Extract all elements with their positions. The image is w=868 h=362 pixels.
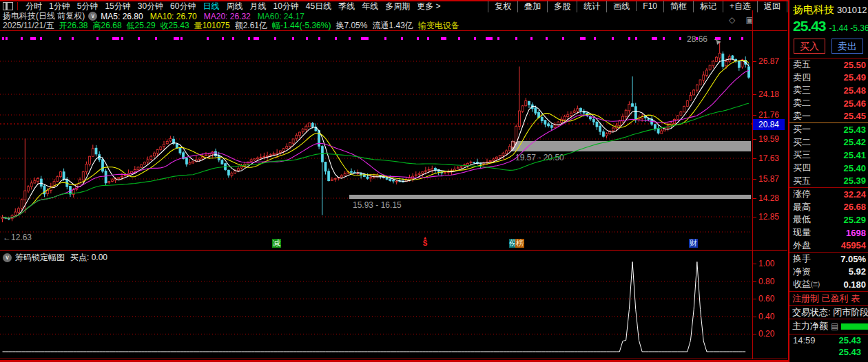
event-badge-份[interactable]: 份 bbox=[509, 239, 515, 248]
tool-F10[interactable]: F10 bbox=[636, 1, 663, 11]
tool-叠加[interactable]: 叠加 bbox=[517, 1, 547, 12]
orderbook-row[interactable]: 卖三25.48 bbox=[789, 84, 868, 97]
menu-item-年线[interactable]: 年线 bbox=[362, 1, 378, 12]
period-menu-bar: 分时1分钟5分钟15分钟30分钟60分钟日线周线月线10分钟45日线季线年线多周… bbox=[0, 1, 787, 11]
stat-label: 外盘 bbox=[793, 239, 811, 252]
menu-item-60分钟[interactable]: 60分钟 bbox=[170, 1, 196, 12]
chart-annotation: 28.66 bbox=[687, 34, 707, 44]
orderbook-row[interactable]: 卖四25.49 bbox=[789, 72, 868, 85]
menu-item-月线[interactable]: 月线 bbox=[249, 1, 266, 12]
sub-axis-label: 0.20 bbox=[758, 329, 774, 339]
tool-返回[interactable]: 返回 bbox=[757, 1, 787, 12]
level-price: 25.46 bbox=[843, 98, 866, 109]
buy-button[interactable]: 买入 bbox=[794, 39, 825, 54]
orderbook-row[interactable]: 卖二25.46 bbox=[789, 97, 868, 110]
tick-row: 14:5925.43 bbox=[789, 334, 868, 346]
stat-row: 最低25.29 bbox=[789, 213, 868, 226]
level-label: 买三 bbox=[793, 149, 811, 161]
level-price: 25.43 bbox=[843, 125, 866, 135]
tool-画线[interactable]: 画线 bbox=[606, 1, 636, 12]
stats-block-2: 换手7.05%净资5.92收益㈢0.180 bbox=[789, 253, 868, 291]
menu-item-30分钟[interactable]: 30分钟 bbox=[138, 1, 163, 12]
menu-divider bbox=[17, 2, 18, 10]
tool-简框[interactable]: 简框 bbox=[663, 1, 693, 12]
tool-复权[interactable]: 复权 bbox=[488, 1, 517, 12]
chevron-down-icon[interactable]: ∨ bbox=[3, 253, 12, 262]
stat-row: 净资5.92 bbox=[789, 266, 868, 279]
level-label: 卖四 bbox=[793, 72, 811, 84]
orderbook-row[interactable]: 卖一25.45 bbox=[789, 109, 868, 123]
menu-item-季线[interactable]: 季线 bbox=[338, 1, 355, 12]
stat-row: 涨停32.24 bbox=[789, 188, 868, 201]
menu-item-15分钟[interactable]: 15分钟 bbox=[105, 1, 130, 12]
y-axis-label: 14.28 bbox=[758, 193, 779, 203]
panel-divider-line bbox=[0, 250, 787, 251]
menu-item-多周期[interactable]: 多周期 bbox=[385, 1, 410, 12]
y-axis-label: 12.85 bbox=[758, 212, 779, 222]
price-change: -1.44 -5.36% bbox=[829, 23, 868, 33]
candlestick-chart[interactable]: 19.57 - 20.5015.93 - 16.15←12.6328.66 bbox=[0, 30, 752, 250]
bid-levels: 买一25.43买二25.42买三25.41买四25.40买五25.39 bbox=[789, 123, 868, 187]
level-price: 25.45 bbox=[843, 111, 866, 121]
price-axis: 26.8724.1821.7619.5917.6315.8714.2812.85… bbox=[753, 30, 787, 359]
menu-item-45日线[interactable]: 45日线 bbox=[306, 1, 331, 12]
orderbook-row[interactable]: 买四25.40 bbox=[789, 162, 868, 175]
stat-label: 涨停 bbox=[793, 188, 811, 200]
tool-统计[interactable]: 统计 bbox=[577, 1, 606, 12]
level-label: 买一 bbox=[793, 123, 811, 136]
indicator-name[interactable]: 筹码锁定幅图 bbox=[15, 252, 65, 264]
menu-item-周线[interactable]: 周线 bbox=[226, 1, 242, 12]
main-flow-bar bbox=[841, 323, 868, 330]
indicator-chart[interactable] bbox=[0, 262, 752, 358]
event-badge-榜[interactable]: 榜 bbox=[515, 239, 524, 248]
chart-corner-icons[interactable]: ◇ ▣ bbox=[729, 15, 758, 25]
stock-code: 301012 bbox=[837, 5, 867, 15]
y-axis-label: 19.59 bbox=[758, 134, 779, 144]
orderbook-row[interactable]: 卖五25.50 bbox=[789, 58, 868, 72]
stat-row: 现量1698 bbox=[789, 226, 868, 239]
stat-label: 现量 bbox=[793, 226, 811, 239]
level-price: 25.41 bbox=[843, 150, 866, 160]
menu-item-10分钟[interactable]: 10分钟 bbox=[273, 1, 298, 12]
stock-name: 扬电科技 bbox=[793, 3, 834, 15]
sell-button[interactable]: 卖出 bbox=[831, 39, 863, 54]
tool-多股[interactable]: 多股 bbox=[547, 1, 577, 12]
orderbook-row[interactable]: 买三25.41 bbox=[789, 149, 868, 162]
sub-axis-label: 0.40 bbox=[758, 312, 774, 321]
orderbook-row[interactable]: 买五25.39 bbox=[789, 174, 868, 187]
chip-band-label: 15.93 - 16.15 bbox=[353, 200, 402, 210]
event-badge-财[interactable]: 财 bbox=[689, 239, 698, 248]
event-badge-减[interactable]: 减 bbox=[272, 239, 281, 248]
level-price: 25.39 bbox=[843, 175, 866, 186]
layout-icon[interactable] bbox=[3, 2, 13, 10]
stat-label: 最高 bbox=[793, 201, 811, 213]
stat-value: 1698 bbox=[846, 228, 866, 238]
stock-header: 扬电科技301012 bbox=[789, 0, 868, 16]
level-label: 卖一 bbox=[793, 110, 811, 123]
menu-item-更多 >[interactable]: 更多 > bbox=[417, 1, 440, 12]
level-label: 买五 bbox=[793, 175, 811, 187]
period-menu-items: 分时1分钟5分钟15分钟30分钟60分钟日线周线月线10分钟45日线季线年线多周… bbox=[22, 1, 444, 12]
chip-band bbox=[349, 195, 751, 199]
level-label: 卖二 bbox=[793, 97, 811, 109]
tool-标记[interactable]: 标记 bbox=[693, 1, 723, 12]
stat-value: 7.05% bbox=[840, 254, 866, 264]
trade-buttons: 买入 卖出 bbox=[789, 36, 868, 58]
stat-value: 32.24 bbox=[843, 189, 866, 200]
stat-value: 25.29 bbox=[843, 215, 866, 225]
level-price: 25.50 bbox=[843, 60, 866, 70]
sell-signal-marker: ▲S bbox=[421, 235, 429, 247]
chart-annotation: ←12.63 bbox=[3, 233, 32, 242]
indicator-param: 买点: 0.00 bbox=[70, 252, 107, 264]
orderbook-row[interactable]: 买二25.42 bbox=[789, 136, 868, 149]
menu-item-日线[interactable]: 日线 bbox=[203, 1, 219, 12]
stat-label: 换手 bbox=[793, 253, 811, 265]
sub-axis-label: 0.80 bbox=[758, 277, 774, 286]
stat-row: 最高26.68 bbox=[789, 201, 868, 214]
list-icon[interactable]: ▤ bbox=[831, 321, 838, 331]
stat-value: 5.92 bbox=[849, 266, 866, 277]
level-price: 25.42 bbox=[843, 137, 866, 147]
y-axis-label: 15.87 bbox=[758, 174, 779, 184]
alert-price-tag[interactable]: 20.84 bbox=[753, 119, 785, 130]
orderbook-row[interactable]: 买一25.43 bbox=[789, 123, 868, 136]
